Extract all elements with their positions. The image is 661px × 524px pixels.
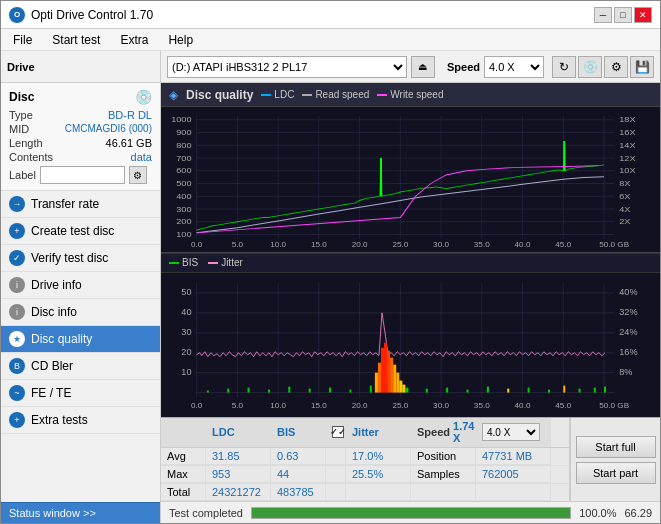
chart-top: 1000 900 800 700 600 500 400 300 200 100… [161,107,660,253]
svg-text:10X: 10X [619,166,636,175]
sidebar-item-extra-tests[interactable]: + Extra tests [1,407,160,434]
svg-text:50.0 GB: 50.0 GB [599,241,629,249]
total-ldc: 24321272 [206,484,271,501]
maximize-button[interactable]: □ [614,7,632,23]
menu-start-test[interactable]: Start test [44,31,108,49]
total-empty3 [476,484,551,501]
jitter-checkbox[interactable]: ✓ [332,426,344,438]
right-content: (D:) ATAPI iHBS312 2 PL17 ⏏ Speed 4.0 X … [161,51,660,523]
svg-rect-110 [399,380,402,392]
create-test-disc-icon: + [9,223,25,239]
status-window-button[interactable]: Status window >> [1,502,160,523]
verify-test-disc-label: Verify test disc [31,251,108,265]
sidebar-item-verify-test-disc[interactable]: ✓ Verify test disc [1,245,160,272]
legend-write-speed: Write speed [377,89,443,100]
sidebar-item-create-test-disc[interactable]: + Create test disc [1,218,160,245]
start-full-button[interactable]: Start full [576,436,656,458]
svg-text:40%: 40% [619,287,637,297]
svg-text:10.0: 10.0 [270,400,286,409]
refresh-button[interactable]: ↻ [552,56,576,78]
disc-label-input[interactable] [40,166,125,184]
svg-text:400: 400 [176,192,192,201]
sidebar-item-drive-info[interactable]: i Drive info [1,272,160,299]
menu-help[interactable]: Help [160,31,201,49]
write-speed-label: Write speed [390,89,443,100]
disc-btn[interactable]: 💿 [578,56,602,78]
verify-test-disc-icon: ✓ [9,250,25,266]
svg-rect-121 [579,388,581,392]
stats-max-row: Max 953 44 25.5% Samples 762005 [161,466,569,484]
svg-text:14X: 14X [619,141,636,150]
dq-icon: ◈ [169,88,178,102]
disc-mid-label: MID [9,123,29,135]
svg-text:45.0: 45.0 [555,241,571,249]
disc-quality-label: Disc quality [31,332,92,346]
read-speed-label: Read speed [315,89,369,100]
sidebar-item-cd-bler[interactable]: B CD Bler [1,353,160,380]
svg-rect-120 [563,385,565,392]
progress-bar-fill [252,508,570,518]
write-speed-color [377,94,387,96]
sidebar-item-transfer-rate[interactable]: → Transfer rate [1,191,160,218]
svg-text:12X: 12X [619,153,636,162]
bottom-chart-svg: 50 40 30 20 10 40% 32% 24% 16% 8% 0.0 5.… [161,273,660,418]
svg-text:2X: 2X [619,217,631,226]
ldc-header: LDC [212,426,235,438]
svg-rect-116 [487,386,489,392]
svg-text:30.0: 30.0 [433,400,449,409]
disc-length-label: Length [9,137,43,149]
svg-rect-98 [309,388,311,392]
titlebar-left: O Opti Drive Control 1.70 [9,7,153,23]
total-empty [326,484,346,501]
avg-jitter: 17.0% [346,448,411,465]
toolbar-icons: ↻ 💿 ⚙ 💾 [552,56,654,78]
max-jitter: 25.5% [346,466,411,483]
status-right-value: 66.29 [624,507,652,519]
disc-type-value: BD-R DL [108,109,152,121]
menubar: File Start test Extra Help [1,29,660,51]
sidebar: Drive Disc 💿 Type BD-R DL MID CMCMAGDI6 … [1,51,161,523]
svg-text:20: 20 [181,346,191,356]
menu-file[interactable]: File [5,31,40,49]
disc-label-browse-button[interactable]: ⚙ [129,166,147,184]
svg-rect-54 [161,273,660,418]
jitter-color [208,262,218,264]
svg-text:45.0: 45.0 [555,400,571,409]
legend-jitter: Jitter [208,257,243,268]
svg-text:30.0: 30.0 [433,241,449,249]
svg-rect-123 [604,386,606,392]
speed-select[interactable]: 4.0 X [484,56,544,78]
svg-rect-108 [393,364,396,392]
progress-percent: 100.0% [579,507,616,519]
svg-rect-117 [507,388,509,392]
eject-button[interactable]: ⏏ [411,56,435,78]
svg-rect-93 [207,390,209,392]
close-button[interactable]: ✕ [634,7,652,23]
minimize-button[interactable]: ─ [594,7,612,23]
sidebar-item-disc-info[interactable]: i Disc info [1,299,160,326]
sidebar-item-disc-quality[interactable]: ★ Disc quality [1,326,160,353]
svg-rect-97 [288,386,290,392]
svg-rect-100 [349,389,351,392]
svg-text:25.0: 25.0 [392,400,408,409]
save-btn[interactable]: 💾 [630,56,654,78]
bottom-stats: LDC BIS ✓ Jitter Speed 1.7 [161,417,660,501]
speed-select-stats[interactable]: 4.0 X [482,423,540,441]
legend-bis: BIS [169,257,198,268]
svg-rect-112 [405,387,408,392]
svg-text:200: 200 [176,217,192,226]
settings-btn[interactable]: ⚙ [604,56,628,78]
svg-text:10.0: 10.0 [270,241,286,249]
samples-label-text: Samples [417,468,460,480]
status-text: Test completed [169,507,243,519]
sidebar-item-fe-te[interactable]: ~ FE / TE [1,380,160,407]
menu-extra[interactable]: Extra [112,31,156,49]
drive-select[interactable]: (D:) ATAPI iHBS312 2 PL17 [167,56,407,78]
svg-text:15.0: 15.0 [311,241,327,249]
disc-contents-row: Contents data [9,151,152,163]
stats-col-jitter: Jitter [346,418,411,447]
svg-rect-103 [378,362,381,392]
svg-text:24%: 24% [619,326,637,336]
svg-text:500: 500 [176,179,192,188]
start-part-button[interactable]: Start part [576,462,656,484]
